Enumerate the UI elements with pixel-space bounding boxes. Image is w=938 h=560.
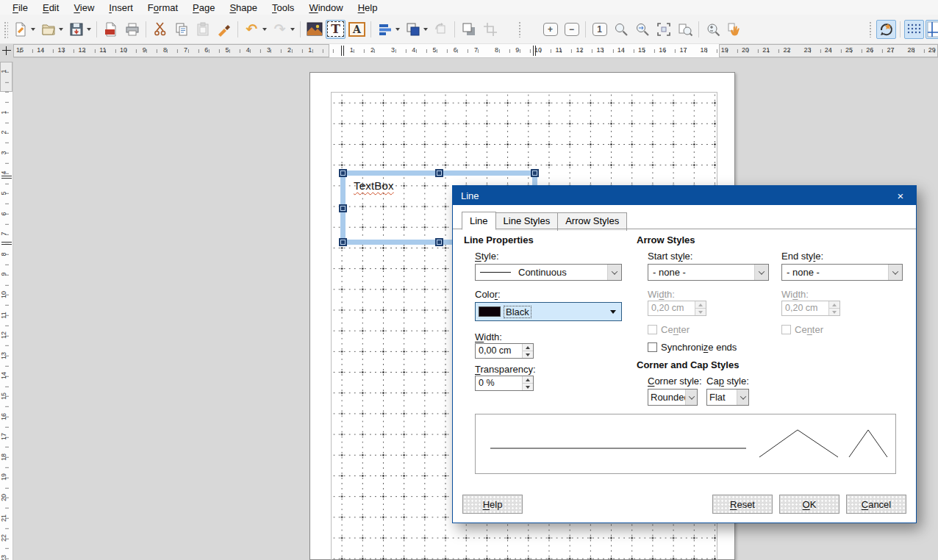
help-button[interactable]: Help bbox=[462, 495, 523, 514]
zoom-out-button[interactable]: − bbox=[562, 20, 581, 39]
toolbar-separator bbox=[237, 21, 238, 37]
resize-handle-w[interactable] bbox=[339, 204, 347, 212]
transparency-spinner[interactable]: 0 % bbox=[475, 376, 534, 391]
arrange-button[interactable] bbox=[403, 20, 423, 39]
shadow-button[interactable] bbox=[459, 20, 479, 39]
line-width-spinner[interactable]: 0,00 cm bbox=[475, 343, 534, 359]
align-objects-icon bbox=[378, 22, 393, 37]
print-button[interactable] bbox=[122, 20, 142, 39]
zoom-in-button[interactable]: + bbox=[540, 20, 560, 39]
toolbar-separator bbox=[900, 21, 901, 37]
crop-button[interactable] bbox=[480, 20, 500, 39]
align-objects-button[interactable] bbox=[375, 20, 395, 39]
clone-formatting-button[interactable] bbox=[214, 20, 234, 39]
ruler-number: 1 bbox=[345, 46, 358, 54]
undo-button[interactable]: ↶ bbox=[242, 20, 262, 39]
cap-style-value: Flat bbox=[707, 392, 737, 403]
fontwork-button[interactable]: A bbox=[347, 20, 367, 39]
line-style-select[interactable]: Continuous bbox=[475, 264, 622, 281]
synchronize-ends-checkbox[interactable]: Synchronize ends bbox=[648, 342, 737, 353]
spin-down-button[interactable] bbox=[829, 308, 839, 315]
cut-button[interactable] bbox=[150, 20, 170, 39]
menu-page[interactable]: Page bbox=[186, 1, 221, 14]
copy-button[interactable] bbox=[171, 20, 191, 39]
dialog-titlebar[interactable]: Line × bbox=[453, 186, 916, 205]
spin-up-button[interactable] bbox=[523, 376, 533, 383]
save-button[interactable] bbox=[66, 20, 86, 39]
menu-shape[interactable]: Shape bbox=[223, 1, 264, 14]
close-button[interactable]: × bbox=[885, 186, 916, 205]
ruler-number: 5 bbox=[221, 46, 234, 54]
transformations-button[interactable] bbox=[876, 20, 896, 39]
toolbar-separator bbox=[370, 21, 371, 37]
start-center-checkbox[interactable]: Center bbox=[648, 324, 690, 335]
redo-button[interactable]: ↷ bbox=[270, 20, 290, 39]
entire-page-button[interactable] bbox=[654, 20, 673, 39]
resize-handle-s[interactable] bbox=[435, 238, 443, 246]
corner-style-select[interactable]: Rounded bbox=[648, 389, 698, 406]
zoom-next-button[interactable] bbox=[632, 20, 652, 39]
ok-button[interactable]: OK bbox=[779, 495, 839, 514]
spin-up-button[interactable] bbox=[829, 301, 839, 308]
resize-handle-sw[interactable] bbox=[339, 238, 347, 246]
ruler-number: 24 bbox=[822, 46, 835, 54]
end-center-checkbox[interactable]: Center bbox=[781, 324, 823, 335]
checkbox-icon bbox=[648, 342, 657, 352]
line-color-select[interactable]: Black bbox=[475, 302, 622, 321]
display-grid-button[interactable] bbox=[904, 20, 924, 39]
redo-dropdown-arrow[interactable] bbox=[290, 28, 295, 31]
insert-text-box-button[interactable]: T bbox=[326, 20, 346, 39]
print-icon bbox=[125, 22, 140, 37]
undo-dropdown-arrow[interactable] bbox=[262, 28, 267, 31]
pan-button[interactable] bbox=[724, 20, 744, 39]
spin-down-button[interactable] bbox=[695, 308, 706, 315]
reset-button[interactable]: Reset bbox=[712, 495, 773, 514]
cap-style-select[interactable]: Flat bbox=[706, 389, 749, 406]
menu-view[interactable]: View bbox=[67, 1, 101, 14]
menu-window[interactable]: Window bbox=[302, 1, 349, 14]
cancel-button[interactable]: Cancel bbox=[846, 495, 906, 514]
zoom-100-button[interactable]: 1 bbox=[590, 20, 609, 39]
menu-edit[interactable]: Edit bbox=[36, 1, 65, 14]
save-dropdown-arrow[interactable] bbox=[87, 28, 91, 31]
open-dropdown-arrow[interactable] bbox=[59, 28, 63, 31]
new-document-button[interactable] bbox=[10, 20, 30, 39]
ruler-number: 27 bbox=[884, 46, 897, 54]
textbox-text[interactable]: TextBox bbox=[354, 179, 394, 192]
start-style-select[interactable]: - none - bbox=[648, 264, 769, 281]
arrange-dropdown-arrow[interactable] bbox=[423, 28, 428, 31]
rotate-button[interactable] bbox=[431, 20, 451, 39]
open-button[interactable] bbox=[38, 20, 58, 39]
toolbar-separator bbox=[300, 21, 301, 37]
resize-handle-n[interactable] bbox=[435, 169, 443, 177]
menu-format[interactable]: Format bbox=[141, 1, 185, 14]
new-dropdown-arrow[interactable] bbox=[31, 28, 35, 31]
transparency-value: 0 % bbox=[476, 376, 522, 390]
menu-file[interactable]: File bbox=[6, 1, 35, 14]
align-dropdown-arrow[interactable] bbox=[395, 28, 400, 31]
paste-button[interactable] bbox=[193, 20, 212, 39]
menu-tools[interactable]: Tools bbox=[265, 1, 301, 14]
toolbar-grip[interactable] bbox=[3, 21, 8, 38]
zoom-previous-button[interactable] bbox=[611, 20, 631, 39]
spin-up-button[interactable] bbox=[523, 344, 533, 351]
end-style-select[interactable]: - none - bbox=[781, 264, 903, 281]
resize-handle-ne[interactable] bbox=[531, 169, 539, 177]
horizontal-ruler[interactable]: 1514131211109876543211234567891011121314… bbox=[13, 44, 938, 58]
menu-insert[interactable]: Insert bbox=[102, 1, 140, 14]
spin-down-button[interactable] bbox=[523, 351, 533, 358]
zoom-page-width-button[interactable] bbox=[675, 20, 695, 39]
spin-down-button[interactable] bbox=[523, 383, 533, 390]
end-width-spinner[interactable]: 0,20 cm bbox=[781, 301, 840, 316]
start-width-spinner[interactable]: 0,20 cm bbox=[648, 301, 706, 316]
tab-line[interactable]: Line bbox=[462, 212, 496, 230]
resize-handle-nw[interactable] bbox=[339, 169, 347, 177]
vertical-ruler[interactable]: 11234567891011121314151617181920212223 bbox=[0, 62, 13, 560]
color-value: Black bbox=[504, 306, 531, 317]
spin-up-button[interactable] bbox=[695, 301, 706, 308]
menu-help[interactable]: Help bbox=[351, 1, 384, 14]
helplines-while-moving-button[interactable] bbox=[926, 20, 938, 39]
insert-image-button[interactable] bbox=[304, 20, 324, 39]
export-pdf-button[interactable] bbox=[101, 20, 121, 39]
zoom-pan-button[interactable] bbox=[703, 20, 723, 39]
